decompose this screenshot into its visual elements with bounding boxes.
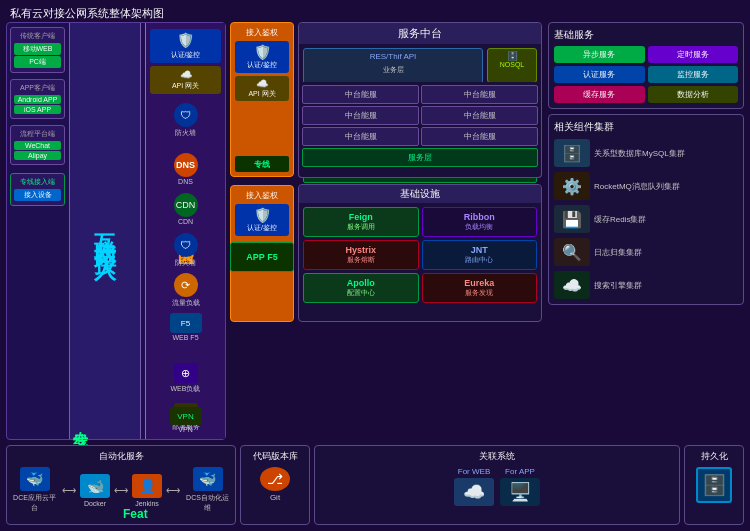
auth-box-upper: 🛡️ 认证/鉴控 bbox=[235, 41, 289, 73]
persist-db-icon: 🗄️ bbox=[696, 467, 732, 503]
infra-eureka-title: Eureka bbox=[427, 278, 533, 288]
sc-lower-grid: 中台能服 中台能服 中台能服 中台能服 中台能服 中台能服 服务层 bbox=[298, 82, 542, 178]
infra-jnt-title: JNT bbox=[427, 245, 533, 255]
dns-label: DNS bbox=[150, 178, 221, 185]
infra-jnt-sub: 路由中心 bbox=[427, 255, 533, 265]
related-title: 关联系统 bbox=[319, 450, 675, 463]
feat-label: Feat bbox=[123, 507, 148, 521]
sc-api-title: RES/Thif API bbox=[307, 52, 479, 61]
cluster-mq: ⚙️ RocketMQ消息队列集群 bbox=[554, 172, 738, 200]
dcs-item: 🐳 DCS自动化运维 bbox=[184, 467, 231, 513]
infra-jnt: JNT 路由中心 bbox=[422, 240, 538, 270]
component-cluster: 相关组件集群 🗄️ 关系型数据库MySQL集群 ⚙️ RocketMQ消息队列集… bbox=[548, 114, 744, 305]
arrow-2: ⟷ bbox=[114, 485, 128, 496]
cluster-mysql-icon: 🗄️ bbox=[554, 139, 590, 167]
right-panel: 基础服务 异步服务 定时服务 认证服务 监控服务 缓存服务 数据分析 相关组件集… bbox=[548, 22, 744, 440]
api-gateway-label: API 网关 bbox=[153, 81, 218, 91]
sc-box-1: 中台能服 bbox=[302, 85, 419, 104]
cluster-mysql: 🗄️ 关系型数据库MySQL集群 bbox=[554, 139, 738, 167]
weblb-label: WEB负载 bbox=[150, 384, 221, 394]
cluster-redis-label: 缓存Redis集群 bbox=[594, 214, 646, 225]
flow-icon: ⟳ bbox=[174, 273, 198, 297]
cluster-redis-icon: 💾 bbox=[554, 205, 590, 233]
client-group-3-title: 流程平台端 bbox=[14, 129, 61, 139]
sc-lower-grid-inner: 中台能服 中台能服 中台能服 中台能服 中台能服 中台能服 服务层 bbox=[299, 82, 541, 170]
sc-box-4: 中台能服 bbox=[421, 106, 538, 125]
cluster-mq-label: RocketMQ消息队列集群 bbox=[594, 181, 680, 192]
client-item-mobile-web: 移动WEB bbox=[14, 43, 61, 55]
security-middle: 🛡 防火墙 bbox=[150, 103, 221, 142]
sc-box-2: 中台能服 bbox=[421, 85, 538, 104]
git-icon: ⎇ bbox=[260, 467, 290, 491]
firewall2-icon: 🛡 bbox=[174, 233, 198, 257]
infra-ribbon: Ribbon 负载均衡 bbox=[422, 207, 538, 237]
firewall2-item: 🛡 防火墙 bbox=[150, 233, 221, 268]
bottom-section: 自动化服务 🐳 DCE应用云平台 ⟷ 🐋 Docker ⟷ 👤 Jenkins … bbox=[6, 445, 744, 525]
sc-box-3: 中台能服 bbox=[302, 106, 419, 125]
firewall-icon: 🛡 bbox=[174, 103, 198, 127]
security-upper: 🛡️ 认证/鉴控 ☁️ API 网关 bbox=[150, 29, 221, 97]
cluster-search: ☁️ 搜索引擎集群 bbox=[554, 271, 738, 299]
dedicated-line-label: 专线 bbox=[71, 411, 90, 429]
dcs-label: DCS自动化运维 bbox=[184, 493, 231, 513]
cluster-title: 相关组件集群 bbox=[554, 120, 738, 134]
client-group-3: 流程平台端 WeChat Alipay bbox=[10, 125, 65, 165]
services-grid: 异步服务 定时服务 认证服务 监控服务 缓存服务 数据分析 bbox=[554, 46, 738, 103]
for-app-icon: 🖥️ bbox=[500, 478, 540, 506]
firewall-label: 防火墙 bbox=[150, 128, 221, 138]
access-lower-title: 接入鉴权 bbox=[235, 190, 289, 201]
sc-nosql-label: NOSQL bbox=[490, 61, 534, 68]
auth-label: 认证/鉴控 bbox=[153, 50, 218, 60]
svc-monitor: 监控服务 bbox=[648, 66, 739, 83]
persist-box: 持久化 🗄️ bbox=[684, 445, 744, 525]
client-ios: iOS APP bbox=[14, 105, 61, 114]
sc-nosql-box: 🗄️ NOSQL bbox=[487, 48, 537, 83]
infra-hystrix-title: Hystrix bbox=[308, 245, 414, 255]
dedicated-device: 接入设备 bbox=[14, 189, 61, 201]
api-gateway: ☁️ API 网关 bbox=[150, 66, 221, 94]
arrow-1: ⟷ bbox=[62, 485, 76, 496]
auth-lower-label: 认证/鉴控 bbox=[238, 223, 286, 233]
related-items: For WEB ☁️ For APP 🖥️ bbox=[319, 467, 675, 506]
webf5-item: F5 WEB F5 bbox=[150, 313, 221, 341]
dce-item: 🐳 DCE应用云平台 bbox=[11, 467, 58, 513]
for-web-item: For WEB ☁️ bbox=[454, 467, 494, 506]
vpn-label: VPN bbox=[150, 426, 221, 433]
weblb-icon: ⊕ bbox=[174, 363, 198, 383]
weblb-item: ⊕ WEB负载 bbox=[150, 363, 221, 394]
dce-icon: 🐳 bbox=[20, 467, 50, 491]
auth-upper-label: 认证/鉴控 bbox=[238, 60, 286, 70]
sc-box-5: 中台能服 bbox=[302, 127, 419, 146]
infra-feign-sub: 服务调用 bbox=[308, 222, 414, 232]
client-column: 传统客户端 移动WEB PC端 APP客户端 Android APP iOS A… bbox=[10, 27, 65, 210]
infra-apollo: Apollo 配置中心 bbox=[303, 273, 419, 303]
client-android: Android APP bbox=[14, 95, 61, 104]
infra-title: 基础设施 bbox=[299, 185, 541, 203]
automation-items: 🐳 DCE应用云平台 ⟷ 🐋 Docker ⟷ 👤 Jenkins ⟷ 🐳 DC… bbox=[11, 467, 231, 513]
webf5-icon: F5 bbox=[170, 313, 202, 333]
client-group-2-title: APP客户端 bbox=[14, 83, 61, 93]
cluster-mq-icon: ⚙️ bbox=[554, 172, 590, 200]
vpn-icon: VPN bbox=[170, 407, 202, 425]
firewall2-label: 防火墙 bbox=[150, 258, 221, 268]
code-repo-title: 代码版本库 bbox=[245, 450, 305, 463]
jenkins-icon: 👤 bbox=[132, 474, 162, 498]
related-box: 关联系统 For WEB ☁️ For APP 🖥️ bbox=[314, 445, 680, 525]
vpn-item: VPN VPN bbox=[150, 407, 221, 433]
cluster-log-icon: 🔍 bbox=[554, 238, 590, 266]
internet-label: 互联网接入 bbox=[90, 216, 120, 246]
client-group-1: 传统客户端 移动WEB PC端 bbox=[10, 27, 65, 73]
basic-services: 基础服务 异步服务 定时服务 认证服务 监控服务 缓存服务 数据分析 bbox=[548, 22, 744, 109]
client-group-2: APP客户端 Android APP iOS APP bbox=[10, 79, 65, 119]
infra-eureka: Eureka 服务发现 bbox=[422, 273, 538, 303]
basic-services-title: 基础服务 bbox=[554, 28, 738, 42]
infra-feign-title: Feign bbox=[308, 212, 414, 222]
service-center-title: 服务中台 bbox=[299, 23, 541, 44]
main-area: 传统客户端 移动WEB PC端 APP客户端 Android APP iOS A… bbox=[6, 22, 744, 525]
jenkins-item: 👤 Jenkins bbox=[132, 474, 162, 507]
svc-async: 异步服务 bbox=[554, 46, 645, 63]
dns-icon: DNS bbox=[174, 153, 198, 177]
docker-label: Docker bbox=[80, 500, 110, 507]
appf5-label: APP F5 bbox=[246, 252, 277, 262]
docker-item: 🐋 Docker bbox=[80, 474, 110, 507]
